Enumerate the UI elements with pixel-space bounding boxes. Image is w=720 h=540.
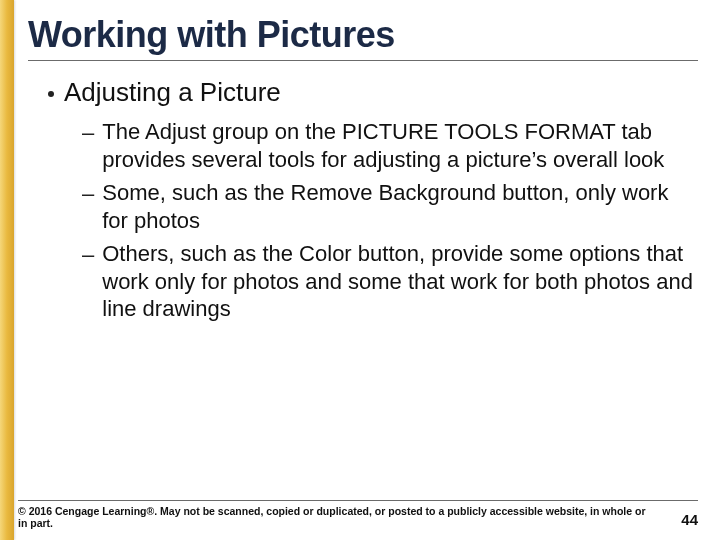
level2-text: The Adjust group on the PICTURE TOOLS FO… bbox=[102, 118, 698, 173]
copyright-text: © 2016 Cengage Learning®. May not be sca… bbox=[18, 505, 648, 530]
title-underline bbox=[28, 60, 698, 61]
slide-title: Working with Pictures bbox=[28, 14, 698, 58]
dash-icon: – bbox=[82, 241, 94, 269]
list-item: – Some, such as the Remove Background bu… bbox=[82, 179, 698, 234]
sub-list: – The Adjust group on the PICTURE TOOLS … bbox=[48, 118, 698, 323]
footer: © 2016 Cengage Learning®. May not be sca… bbox=[0, 500, 720, 540]
list-item: – Others, such as the Color button, prov… bbox=[82, 240, 698, 323]
level1-text: Adjusting a Picture bbox=[64, 77, 281, 108]
dash-icon: – bbox=[82, 119, 94, 147]
slide-content: Working with Pictures Adjusting a Pictur… bbox=[0, 0, 720, 540]
dash-icon: – bbox=[82, 180, 94, 208]
level2-text: Some, such as the Remove Background butt… bbox=[102, 179, 698, 234]
footer-rule bbox=[18, 500, 698, 501]
list-item: Adjusting a Picture bbox=[48, 77, 698, 108]
bullet-dot-icon bbox=[48, 91, 54, 97]
page-number: 44 bbox=[681, 511, 698, 530]
footer-inner: © 2016 Cengage Learning®. May not be sca… bbox=[18, 505, 698, 530]
bullet-list: Adjusting a Picture – The Adjust group o… bbox=[28, 77, 698, 323]
list-item: – The Adjust group on the PICTURE TOOLS … bbox=[82, 118, 698, 173]
level2-text: Others, such as the Color button, provid… bbox=[102, 240, 698, 323]
